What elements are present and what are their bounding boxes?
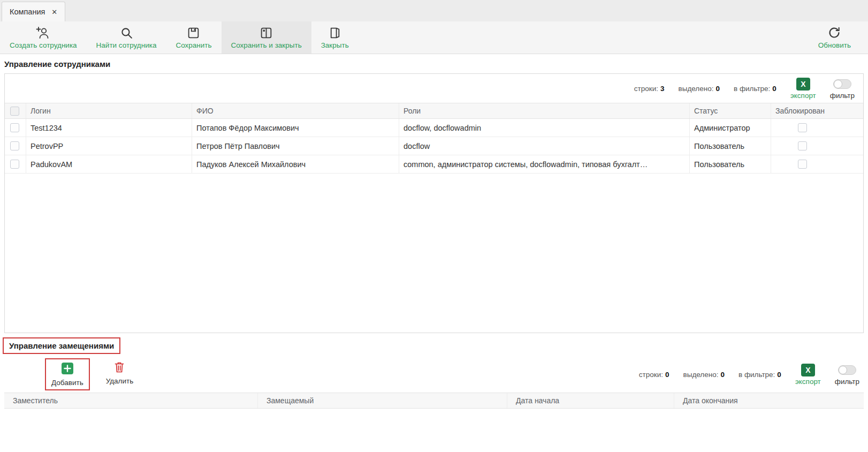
person-add-icon	[36, 26, 50, 40]
cell-fio: Потапов Фёдор Максимович	[192, 119, 399, 137]
close-label: Закрыть	[321, 41, 349, 49]
substitutions-section-title: Управление замещениями	[3, 337, 120, 354]
select-all-checkbox[interactable]	[10, 107, 19, 116]
plus-icon	[61, 362, 74, 377]
export-excel-button[interactable]: X экспорт	[790, 78, 816, 100]
save-and-close-label: Сохранить и закрыть	[231, 41, 302, 49]
blocked-checkbox[interactable]	[798, 160, 807, 169]
filter-toggle[interactable]: фильтр	[835, 364, 859, 386]
refresh-icon	[827, 26, 841, 40]
create-employee-button[interactable]: Создать сотрудника	[0, 21, 87, 54]
col-substituted[interactable]: Замещаемый	[258, 393, 507, 408]
substitutions-table-header: Заместитель Замещаемый Дата начала Дата …	[4, 393, 864, 409]
cell-fio: Петров Пётр Павлович	[192, 137, 399, 155]
save-and-close-icon	[260, 26, 273, 40]
tab-bar: Компания ✕	[0, 0, 868, 21]
cell-blocked	[771, 137, 863, 155]
employees-panel: строки:3 выделено:0 в фильтре:0 X экспор…	[4, 73, 864, 333]
table-row[interactable]: PetrovPP Петров Пётр Павлович docflow По…	[5, 137, 863, 155]
col-date-start[interactable]: Дата начала	[507, 393, 674, 408]
cell-blocked	[771, 119, 863, 137]
filter-toggle-label: фильтр	[835, 378, 859, 386]
cell-login: PadukovAM	[26, 155, 192, 173]
cell-fio: Падуков Алексей Михайлович	[192, 155, 399, 173]
excel-icon: X	[801, 364, 815, 376]
delete-substitution-label: Удалить	[106, 377, 134, 385]
excel-icon: X	[796, 78, 810, 91]
filter-toggle-label: фильтр	[830, 92, 855, 100]
employees-stats-row: строки:3 выделено:0 в фильтре:0 X экспор…	[5, 74, 863, 103]
toolbar-left-group: Создать сотрудника Найти сотрудника Сохр…	[0, 21, 359, 54]
row-checkbox-cell	[5, 119, 26, 137]
refresh-label: Обновить	[818, 41, 851, 49]
blocked-checkbox[interactable]	[798, 141, 807, 150]
substitutions-stats-row: строки:0 выделено:0 в фильтре:0 X экспор…	[639, 364, 868, 386]
employees-table-header: Логин ФИО Роли Статус Заблокирован	[5, 103, 863, 119]
selected-count: выделено:0	[683, 371, 725, 379]
table-row[interactable]: Test1234 Потапов Фёдор Максимович docflo…	[5, 119, 863, 137]
col-fio[interactable]: ФИО	[192, 103, 399, 118]
substitutions-toolbar-left: Добавить Удалить	[45, 358, 139, 390]
add-substitution-button[interactable]: Добавить	[45, 358, 90, 390]
col-substitute[interactable]: Заместитель	[4, 393, 258, 408]
find-employee-label: Найти сотрудника	[96, 41, 157, 49]
tab-close-icon[interactable]: ✕	[51, 8, 57, 16]
header-checkbox-cell	[5, 103, 26, 118]
toggle-off-icon[interactable]	[833, 79, 851, 89]
export-excel-button[interactable]: X экспорт	[795, 364, 821, 386]
trash-icon	[114, 361, 125, 375]
cell-blocked	[771, 155, 863, 173]
cell-status: Администратор	[690, 119, 771, 137]
toolbar-right-group: Обновить	[809, 21, 868, 54]
employees-section-title: Управление сотрудниками	[0, 54, 868, 73]
tab-label: Компания	[10, 7, 45, 16]
find-employee-button[interactable]: Найти сотрудника	[87, 21, 166, 54]
cell-roles: docflow, docflowadmin	[399, 119, 690, 137]
search-icon	[120, 26, 133, 40]
main-toolbar: Создать сотрудника Найти сотрудника Сохр…	[0, 21, 868, 54]
rows-count: строки:3	[634, 85, 665, 93]
row-checkbox[interactable]	[10, 160, 19, 169]
substitutions-toolbar: Добавить Удалить строки:0 выделено:0 в ф…	[0, 356, 868, 393]
save-label: Сохранить	[176, 41, 211, 49]
filter-toggle[interactable]: фильтр	[830, 78, 855, 100]
row-checkbox[interactable]	[10, 123, 19, 132]
rows-count: строки:0	[639, 371, 669, 379]
col-blocked[interactable]: Заблокирован	[771, 103, 863, 118]
row-checkbox-cell	[5, 137, 26, 155]
refresh-button[interactable]: Обновить	[809, 21, 861, 54]
blocked-checkbox[interactable]	[798, 123, 807, 132]
selected-count: выделено:0	[679, 85, 720, 93]
cell-roles: docflow	[399, 137, 690, 155]
col-status[interactable]: Статус	[690, 103, 771, 118]
table-row[interactable]: PadukovAM Падуков Алексей Михайлович com…	[5, 155, 863, 174]
save-and-close-button[interactable]: Сохранить и закрыть	[222, 21, 311, 54]
export-label: экспорт	[795, 378, 821, 386]
delete-substitution-button[interactable]: Удалить	[101, 358, 139, 388]
export-label: экспорт	[790, 92, 816, 100]
in-filter-count: в фильтре:0	[738, 371, 781, 379]
row-checkbox[interactable]	[10, 141, 19, 150]
cell-status: Пользователь	[690, 155, 771, 173]
in-filter-count: в фильтре:0	[734, 85, 776, 93]
add-substitution-label: Добавить	[51, 379, 83, 387]
save-icon	[187, 26, 200, 40]
cell-roles: common, администратор системы, docflowad…	[399, 155, 690, 173]
door-exit-icon	[328, 26, 341, 40]
cell-login: Test1234	[26, 119, 192, 137]
substitutions-title-wrap: Управление замещениями	[0, 333, 868, 356]
cell-status: Пользователь	[690, 137, 771, 155]
close-button[interactable]: Закрыть	[311, 21, 359, 54]
save-button[interactable]: Сохранить	[166, 21, 221, 54]
tab-company[interactable]: Компания ✕	[2, 2, 65, 21]
row-checkbox-cell	[5, 155, 26, 173]
toggle-off-icon[interactable]	[838, 365, 856, 375]
col-date-end[interactable]: Дата окончания	[674, 393, 864, 408]
col-roles[interactable]: Роли	[399, 103, 690, 118]
create-employee-label: Создать сотрудника	[10, 41, 77, 49]
col-login[interactable]: Логин	[26, 103, 192, 118]
cell-login: PetrovPP	[26, 137, 192, 155]
